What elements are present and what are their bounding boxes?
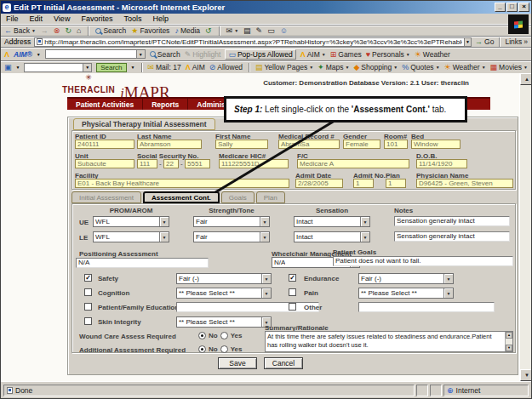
unit-field[interactable]: Subacute (75, 159, 134, 168)
gender-field[interactable]: Female (343, 140, 380, 149)
dob-field[interactable]: 11/14/1920 (416, 159, 467, 168)
dropdown-arrow-icon[interactable]: ▼ (159, 232, 169, 242)
tab-goals[interactable]: Goals (221, 191, 255, 203)
menu-view[interactable]: View (54, 14, 70, 23)
menu-edit[interactable]: Edit (30, 14, 43, 23)
ue-prom-select[interactable]: WFL▼ (93, 216, 169, 227)
cognition-select[interactable]: ** Please Select **▼ (176, 288, 272, 299)
mail-dropdown-icon[interactable]: ▼ (234, 26, 238, 35)
le-sensation-select[interactable]: Intact▼ (294, 231, 370, 242)
maps-button[interactable]: ✦Maps▼ (317, 63, 349, 71)
home-button[interactable]: ⌂ (77, 26, 81, 35)
skin-select[interactable]: ** Please Select **▼ (176, 316, 272, 328)
bed-field[interactable]: Window (411, 140, 460, 149)
endurance-checkbox[interactable] (289, 274, 296, 282)
quotes-button[interactable]: %Quotes▼ (402, 63, 439, 71)
dropdown-arrow-icon[interactable]: ▼ (261, 288, 271, 298)
history-button[interactable]: ↺ (205, 26, 212, 35)
popups-allowed-button[interactable]: ▭Pop-Ups Allowed (225, 49, 295, 60)
combo-dropdown-icon[interactable]: ▼ (83, 64, 91, 71)
vertical-scrollbar[interactable]: ▲ ▼ (519, 73, 532, 381)
stop-button[interactable]: ⊗ (54, 26, 60, 35)
close-button[interactable]: × (518, 3, 529, 12)
games-button[interactable]: ⊞Games (330, 50, 362, 59)
admit-no-field[interactable]: 1 (353, 179, 374, 188)
tab-plan[interactable]: Plan (256, 191, 285, 203)
skin-checkbox[interactable] (84, 317, 92, 325)
combo-dropdown-icon[interactable]: ▼ (136, 50, 145, 58)
nav-reports[interactable]: Reports (143, 99, 188, 110)
aim-brand-dropdown-icon[interactable]: ▼ (37, 50, 41, 59)
companion-search-input[interactable]: ▼ (24, 63, 92, 72)
additional-yes-radio[interactable] (220, 345, 228, 353)
aim-button[interactable]: ΛAIM (186, 63, 205, 71)
dropdown-arrow-icon[interactable]: ▼ (360, 232, 369, 242)
discuss-button[interactable]: ▭ (267, 26, 275, 35)
dropdown-icon[interactable]: ▼ (309, 63, 313, 71)
forward-button[interactable]: → (41, 26, 49, 35)
other-input[interactable] (358, 302, 495, 312)
restore-button[interactable]: □ (506, 3, 518, 12)
le-prom-select[interactable]: WFL▼ (93, 231, 169, 242)
movies-button[interactable]: ▦Movies▼ (490, 63, 528, 71)
pain-checkbox[interactable] (289, 288, 296, 296)
menu-help[interactable]: Help (152, 14, 169, 23)
dropdown-icon[interactable]: ▼ (436, 63, 440, 71)
patient-goals-input[interactable]: Patient does not want to fall. (333, 256, 513, 266)
medicare-field[interactable]: 111225551D (219, 159, 289, 168)
yellow-pages-button[interactable]: ▤Yellow Pages▼ (255, 63, 313, 71)
address-input[interactable]: http://imapr.theraclin.com/imaprtest/PTC… (34, 37, 472, 47)
admit-date-field[interactable]: 2/28/2005 (295, 179, 343, 188)
tab-initial-assessment[interactable]: Initial Assessment (72, 191, 141, 203)
companion-search-button[interactable]: Search (96, 63, 126, 72)
ue-notes-input[interactable]: Sensation generally intact (394, 216, 510, 226)
edit-button[interactable]: ✎ (256, 26, 263, 35)
plan-field[interactable]: 1 (386, 179, 406, 188)
dropdown-icon[interactable]: ▼ (131, 63, 135, 71)
nav-patient-activities[interactable]: Patient Activities (67, 99, 143, 110)
aim-menu-button[interactable]: ΛAIM▼ (300, 50, 326, 59)
dropdown-icon[interactable]: ▼ (345, 63, 349, 71)
dropdown-arrow-icon[interactable]: ▼ (260, 217, 269, 226)
tab-assessment-cont[interactable]: Assessment Cont. (143, 191, 220, 203)
back-dropdown-icon[interactable]: ▼ (31, 26, 36, 35)
fc-field[interactable]: Medicare A (297, 159, 409, 168)
dropdown-icon[interactable]: ▼ (482, 63, 486, 71)
positioning-input[interactable]: N/A (76, 258, 209, 268)
aim-brand[interactable]: AIM® (14, 50, 32, 59)
refresh-button[interactable]: ↻ (65, 26, 72, 35)
go-button[interactable]: →Go (475, 37, 494, 46)
ue-sensation-select[interactable]: Intact▼ (294, 216, 370, 227)
cancel-button[interactable]: Cancel (264, 357, 303, 369)
physician-field[interactable]: D96425 - Green, Steven (416, 179, 513, 188)
menu-tools[interactable]: Tools (123, 14, 141, 23)
menu-favorites[interactable]: Favorites (81, 14, 112, 23)
first-name-field[interactable]: Sally (215, 140, 268, 149)
dropdown-icon[interactable]: ▼ (16, 63, 20, 71)
dropdown-arrow-icon[interactable]: ▼ (261, 274, 271, 283)
wound-yes-radio[interactable] (220, 332, 228, 339)
education-checkbox[interactable] (84, 303, 92, 311)
dropdown-icon[interactable]: ▼ (523, 63, 528, 71)
messenger-button[interactable]: ☺ (280, 26, 288, 35)
ssn-part2-field[interactable]: 22 (163, 159, 179, 168)
save-button[interactable]: Save (218, 357, 257, 369)
cognition-checkbox[interactable] (84, 288, 92, 296)
print-button[interactable]: ▤ (243, 26, 251, 35)
medical-record-field[interactable]: AbramSa (278, 140, 340, 149)
dropdown-icon[interactable]: ▼ (393, 63, 398, 71)
endurance-select[interactable]: Fair (-)▼ (358, 273, 454, 284)
room-field[interactable]: 101 (384, 140, 408, 149)
weather-button[interactable]: ☀Weather▼ (444, 63, 486, 71)
last-name-field[interactable]: Abramson (137, 140, 202, 149)
mail-status-button[interactable]: ✉Mail: 17 (147, 63, 180, 71)
pain-select[interactable]: ** Please Select **▼ (358, 288, 454, 299)
education-input[interactable] (176, 302, 319, 312)
scroll-up-icon[interactable]: ▲ (506, 332, 512, 339)
minimize-button[interactable]: _ (495, 3, 506, 12)
other-checkbox[interactable] (289, 303, 296, 311)
popup-allowed-button[interactable]: ⊘Allowed (209, 63, 243, 71)
links-button[interactable]: Links» (505, 37, 528, 46)
le-strength-select[interactable]: Fair▼ (193, 231, 270, 242)
facility-field[interactable]: E01 - Back Bay Healthcare (75, 179, 289, 188)
